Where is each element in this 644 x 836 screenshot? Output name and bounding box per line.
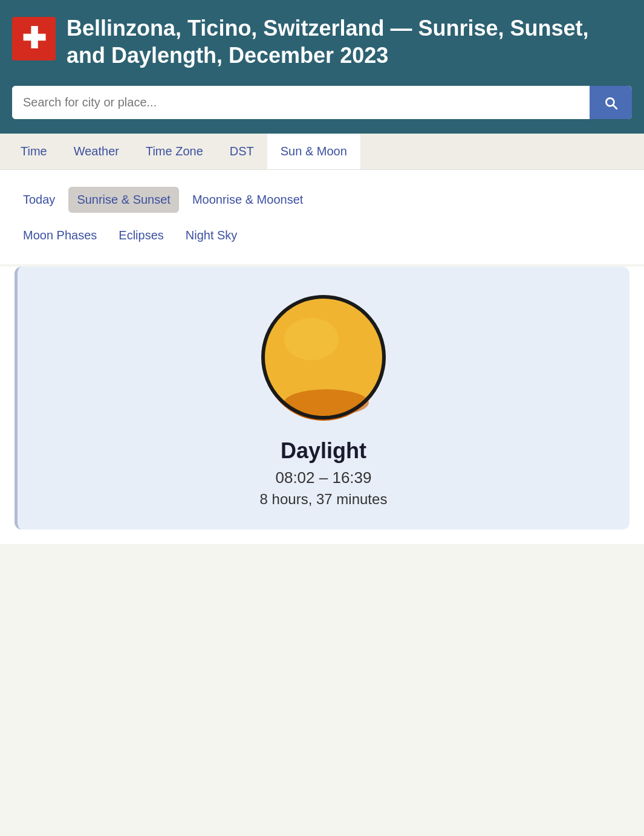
search-input[interactable] [12,86,590,119]
sub-nav-row-1: Today Sunrise & Sunset Moonrise & Moonse… [15,187,629,213]
daylight-time-range: 08:02 – 16:39 [275,468,371,487]
switzerland-flag-icon: ✚ [12,17,56,60]
page-title: Bellinzona, Ticino, Switzerland — Sunris… [67,15,632,69]
main-nav: Time Weather Time Zone DST Sun & Moon [0,134,644,170]
tab-timezone[interactable]: Time Zone [132,134,216,169]
svg-point-2 [284,318,339,360]
sub-nav-row-2: Moon Phases Eclipses Night Sky [15,222,629,248]
search-icon [603,95,619,111]
main-content: Daylight 08:02 – 16:39 8 hours, 37 minut… [0,267,644,544]
page-header: ✚ Bellinzona, Ticino, Switzerland — Sunr… [0,0,644,86]
daylight-card: Daylight 08:02 – 16:39 8 hours, 37 minut… [15,267,629,530]
subnav-sunrise-sunset[interactable]: Sunrise & Sunset [68,187,179,213]
subnav-eclipses[interactable]: Eclipses [110,222,172,248]
daylight-label: Daylight [281,438,366,464]
tab-dst[interactable]: DST [216,134,267,169]
sub-nav: Today Sunrise & Sunset Moonrise & Moonse… [0,170,644,264]
subnav-today[interactable]: Today [15,187,63,213]
daylight-duration: 8 hours, 37 minutes [260,491,388,508]
subnav-night-sky[interactable]: Night Sky [177,222,246,248]
sun-illustration [257,291,390,424]
search-container [0,86,644,134]
subnav-moon-phases[interactable]: Moon Phases [15,222,105,248]
subnav-moonrise-moonset[interactable]: Moonrise & Moonset [184,187,311,213]
search-button[interactable] [590,86,632,119]
flag-cross-symbol: ✚ [22,24,46,53]
tab-time[interactable]: Time [7,134,60,169]
tab-sunmoon[interactable]: Sun & Moon [267,134,360,169]
search-bar [12,86,632,119]
tab-weather[interactable]: Weather [60,134,132,169]
